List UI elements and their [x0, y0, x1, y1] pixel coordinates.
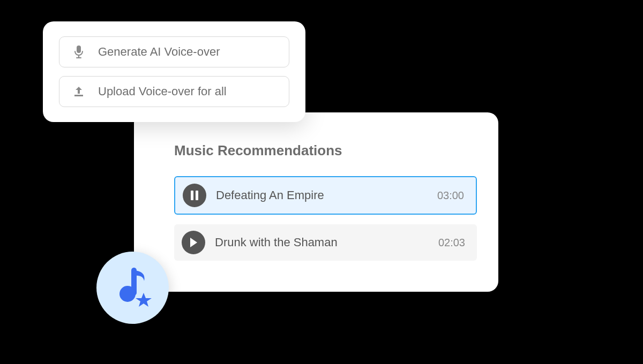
pause-icon[interactable] [183, 184, 206, 207]
track-title: Defeating An Empire [216, 188, 437, 202]
microphone-icon [71, 44, 86, 59]
music-note-star-icon [109, 263, 157, 313]
track-title: Drunk with the Shaman [215, 236, 438, 249]
upload-voiceover-label: Upload Voice-over for all [98, 85, 227, 98]
music-track[interactable]: Drunk with the Shaman 02:03 [174, 224, 477, 261]
svg-rect-5 [196, 191, 198, 200]
upload-icon [71, 84, 86, 99]
voiceover-panel: Generate AI Voice-over Upload Voice-over… [43, 21, 305, 122]
svg-rect-3 [74, 95, 83, 96]
track-duration: 02:03 [438, 237, 465, 249]
svg-point-6 [119, 286, 136, 302]
music-badge [96, 252, 169, 324]
music-heading: Music Recommendations [174, 142, 477, 159]
generate-voiceover-label: Generate AI Voice-over [98, 45, 220, 59]
track-duration: 03:00 [437, 189, 464, 202]
play-icon[interactable] [182, 231, 205, 254]
svg-rect-4 [191, 191, 193, 200]
music-recommendations-panel: Music Recommendations Defeating An Empir… [134, 112, 498, 292]
upload-voiceover-button[interactable]: Upload Voice-over for all [59, 76, 289, 107]
generate-voiceover-button[interactable]: Generate AI Voice-over [59, 36, 289, 67]
music-track[interactable]: Defeating An Empire 03:00 [174, 176, 477, 215]
svg-rect-0 [77, 46, 81, 53]
